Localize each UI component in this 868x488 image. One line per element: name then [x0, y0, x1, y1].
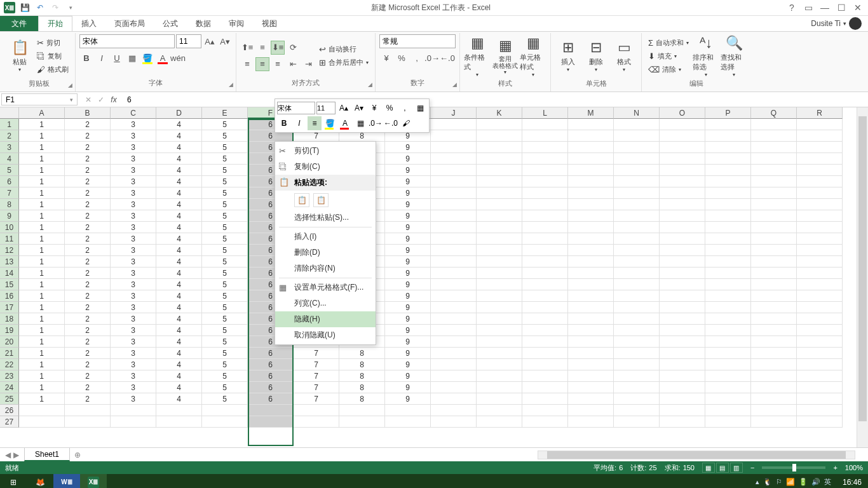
col-header-P[interactable]: P — [705, 107, 751, 119]
excel-app-icon[interactable]: X≣ — [3, 1, 17, 15]
cell[interactable] — [477, 302, 522, 313]
cell[interactable] — [705, 199, 751, 210]
cell[interactable]: 3 — [111, 348, 156, 359]
cell[interactable]: 1 — [19, 199, 65, 210]
cell[interactable] — [248, 416, 294, 428]
tab-insert[interactable]: 插入 — [72, 16, 105, 31]
cell[interactable]: 5 — [202, 348, 248, 359]
cell[interactable] — [477, 199, 522, 210]
wrap-text-button[interactable]: ↩自动换行 — [316, 43, 371, 55]
cell[interactable]: 7 — [294, 348, 339, 359]
cell[interactable]: 4 — [156, 142, 202, 153]
font-color-button[interactable]: A — [156, 51, 170, 65]
cell[interactable]: 2 — [65, 382, 111, 393]
cell[interactable]: 9 — [385, 233, 431, 245]
cell[interactable] — [431, 370, 477, 382]
cell[interactable] — [568, 199, 614, 210]
mini-table-icon[interactable]: ▦ — [413, 101, 427, 115]
user-account[interactable]: Dusite Ti ▾ — [804, 16, 868, 31]
row-header-20[interactable]: 20 — [0, 336, 19, 348]
row-header-2[interactable]: 2 — [0, 130, 19, 142]
cell[interactable] — [568, 370, 614, 382]
select-all-corner[interactable] — [0, 107, 19, 119]
cell[interactable] — [614, 256, 660, 268]
cm-insert[interactable]: 插入(I) — [275, 229, 376, 245]
cell[interactable]: 9 — [385, 279, 431, 290]
cell[interactable] — [156, 416, 202, 428]
cell[interactable] — [660, 142, 705, 153]
cell[interactable] — [431, 210, 477, 222]
cell[interactable] — [19, 416, 65, 428]
cell[interactable] — [751, 393, 797, 405]
cell[interactable] — [522, 199, 568, 210]
cell[interactable] — [431, 153, 477, 165]
cell[interactable]: 7 — [294, 393, 339, 405]
cell[interactable] — [751, 233, 797, 245]
cell[interactable] — [660, 405, 705, 416]
cell[interactable]: 2 — [65, 142, 111, 153]
cell[interactable] — [660, 210, 705, 222]
cell[interactable] — [477, 279, 522, 290]
cell[interactable] — [568, 210, 614, 222]
cell[interactable]: 5 — [202, 313, 248, 325]
cell[interactable] — [705, 279, 751, 290]
cm-delete[interactable]: 删除(D) — [275, 245, 376, 261]
cell[interactable] — [522, 313, 568, 325]
cell[interactable] — [797, 336, 843, 348]
cell[interactable] — [477, 268, 522, 279]
cell[interactable]: 2 — [65, 165, 111, 176]
cell[interactable]: 4 — [156, 199, 202, 210]
cell[interactable] — [614, 245, 660, 256]
normal-view-icon[interactable]: ▦ — [702, 463, 715, 473]
cut-button[interactable]: ✂剪切 — [34, 37, 71, 49]
cell[interactable]: 7 — [294, 382, 339, 393]
undo-icon[interactable]: ↶ — [33, 1, 47, 15]
cell[interactable]: 4 — [156, 348, 202, 359]
cell[interactable] — [705, 187, 751, 199]
increase-font-icon[interactable]: A▴ — [203, 34, 217, 48]
cell[interactable] — [614, 210, 660, 222]
cell[interactable] — [477, 405, 522, 416]
cell[interactable]: 4 — [156, 290, 202, 302]
col-header-E[interactable]: E — [202, 107, 248, 119]
cell[interactable] — [431, 290, 477, 302]
percent-icon[interactable]: % — [395, 51, 409, 65]
decrease-font-icon[interactable]: A▾ — [218, 34, 232, 48]
cell[interactable] — [522, 393, 568, 405]
cell[interactable] — [614, 222, 660, 233]
cell[interactable] — [522, 165, 568, 176]
comma-icon[interactable]: , — [410, 51, 424, 65]
cell[interactable] — [797, 348, 843, 359]
cm-col-width[interactable]: 列宽(C)... — [275, 295, 376, 311]
cell[interactable] — [522, 382, 568, 393]
cell[interactable] — [568, 336, 614, 348]
cell[interactable]: 4 — [156, 245, 202, 256]
cell[interactable]: 5 — [202, 359, 248, 370]
tray-ime[interactable]: 英 — [824, 477, 831, 487]
cell[interactable] — [705, 325, 751, 336]
cell[interactable] — [202, 405, 248, 416]
cell[interactable] — [660, 176, 705, 187]
cell[interactable] — [705, 405, 751, 416]
cell[interactable] — [751, 416, 797, 428]
cell[interactable] — [705, 176, 751, 187]
cell[interactable] — [202, 416, 248, 428]
cell[interactable] — [660, 187, 705, 199]
cell[interactable] — [751, 222, 797, 233]
cell[interactable] — [568, 290, 614, 302]
cell[interactable]: 6 — [248, 393, 294, 405]
border-button[interactable]: ▦ — [125, 51, 139, 65]
cell[interactable] — [431, 416, 477, 428]
row-header-14[interactable]: 14 — [0, 268, 19, 279]
bold-button[interactable]: B — [79, 51, 93, 65]
cell[interactable] — [477, 393, 522, 405]
cell[interactable] — [751, 176, 797, 187]
cell[interactable]: 4 — [156, 393, 202, 405]
font-launcher-icon[interactable]: ◢ — [229, 81, 233, 88]
row-header-18[interactable]: 18 — [0, 313, 19, 325]
cell[interactable] — [614, 348, 660, 359]
page-break-view-icon[interactable]: ▥ — [730, 463, 743, 473]
cell[interactable] — [477, 336, 522, 348]
cell[interactable] — [705, 210, 751, 222]
cell[interactable]: 1 — [19, 393, 65, 405]
